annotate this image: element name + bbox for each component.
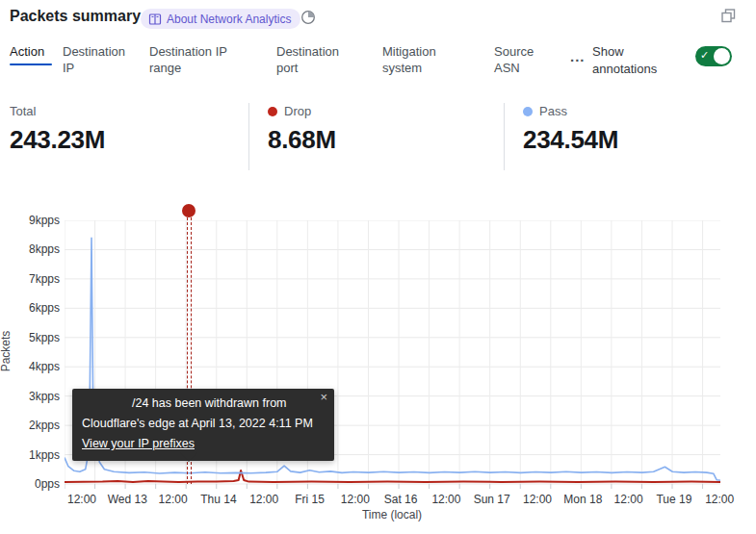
x-tick-label: Sun 17 (474, 493, 510, 506)
y-tick-label: 0pps (0, 477, 60, 491)
time-range-icon[interactable] (300, 10, 316, 25)
expand-window-icon[interactable] (720, 8, 737, 24)
tooltip-caret (180, 452, 197, 462)
tab-action[interactable]: Action (10, 43, 52, 65)
annotation-marker-dot[interactable] (182, 204, 196, 217)
x-axis-title: Time (local) (362, 508, 422, 521)
about-network-analytics-badge[interactable]: About Network Analytics (141, 9, 300, 29)
tab-destination-ip-range[interactable]: Destination IP range (149, 43, 242, 76)
stat-pass: Pass 234.54M (523, 104, 618, 155)
tooltip-close-icon[interactable]: × (320, 391, 327, 403)
y-tick-label: 9kpps (0, 214, 60, 227)
stat-divider (248, 103, 249, 170)
x-tick-label: 12:00 (431, 493, 460, 506)
stat-drop-value: 8.68M (268, 125, 336, 155)
x-tick-label: Tue 19 (656, 493, 691, 506)
x-tick-label: 12:00 (67, 493, 96, 506)
x-tick-label: Wed 13 (108, 493, 147, 506)
y-tick-label: 7kpps (0, 272, 60, 286)
stat-drop: Drop 8.68M (268, 104, 336, 155)
y-tick-label: 5kpps (0, 331, 60, 344)
stat-pass-value: 234.54M (523, 125, 618, 155)
tooltip-text-line1: /24 has been withdrawn from (82, 394, 323, 414)
x-tick-label: 12:00 (614, 493, 643, 506)
y-tick-label: 8kpps (0, 242, 60, 256)
annotation-tooltip: × /24 has been withdrawn from Cloudflare… (72, 389, 334, 461)
tab-mitigation-system[interactable]: Mitigation system (382, 43, 461, 76)
x-tick-label: 12:00 (705, 493, 734, 506)
stat-pass-label: Pass (539, 104, 567, 118)
book-icon (148, 13, 162, 26)
toggle-knob (714, 48, 730, 64)
y-tick-label: 2kpps (0, 419, 60, 432)
y-tick-label: 1kpps (0, 448, 60, 462)
x-tick-label: Thu 14 (200, 493, 236, 506)
tab-destination-ip[interactable]: Destination IP (63, 43, 140, 76)
stat-total-value: 243.23M (10, 125, 105, 155)
x-tick-label: 12:00 (341, 493, 370, 506)
pass-legend-dot (523, 107, 533, 116)
x-tick-label: 12:00 (159, 493, 188, 506)
view-ip-prefixes-link[interactable]: View your IP prefixes (82, 434, 195, 454)
tab-destination-port[interactable]: Destination port (276, 43, 353, 76)
tab-source-asn[interactable]: Source ASN (494, 43, 552, 76)
y-tick-label: 6kpps (0, 301, 60, 315)
x-tick-label: Fri 15 (295, 493, 325, 506)
page-title: Packets summary (10, 8, 141, 25)
stat-drop-label: Drop (284, 104, 311, 118)
drop-legend-dot (268, 107, 277, 116)
tooltip-text-line2: Cloudflare's edge at April 13, 2022 4:11… (82, 414, 323, 434)
stat-divider (504, 103, 505, 170)
show-annotations-label: Show annotations (592, 43, 675, 78)
y-tick-label: 3kpps (0, 390, 60, 403)
y-tick-label: 4kpps (0, 360, 60, 373)
stat-total-label: Total (10, 104, 36, 118)
x-tick-label: 12:00 (249, 493, 278, 506)
more-tabs-button[interactable]: ... (570, 48, 586, 64)
show-annotations-toggle[interactable]: ✓ (695, 46, 732, 66)
x-tick-label: Sat 16 (384, 493, 418, 506)
x-tick-label: 12:00 (523, 493, 552, 506)
x-tick-label: Mon 18 (563, 493, 602, 506)
check-icon: ✓ (700, 49, 709, 62)
about-badge-label: About Network Analytics (167, 13, 291, 26)
stat-total: Total 243.23M (10, 104, 105, 155)
